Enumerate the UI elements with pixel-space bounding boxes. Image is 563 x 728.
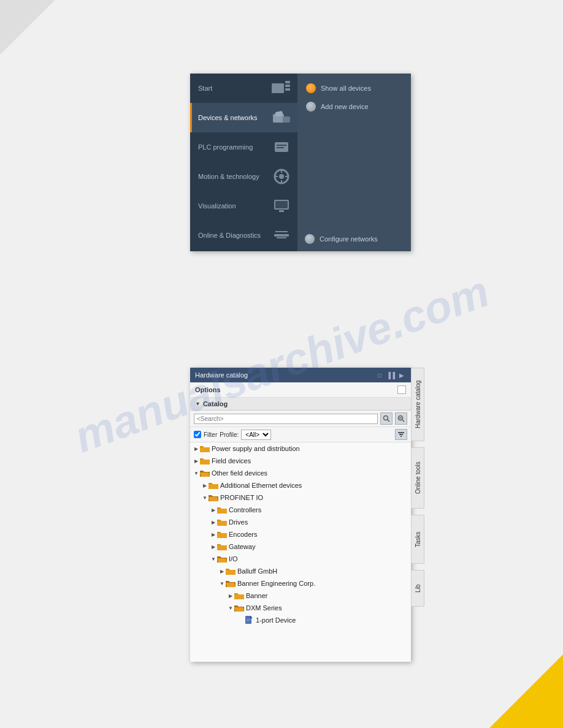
tree-label: Gateway bbox=[229, 543, 255, 550]
svg-rect-1 bbox=[285, 81, 290, 83]
tree-item-io[interactable]: ▼ I/O bbox=[190, 553, 411, 565]
options-input[interactable] bbox=[397, 385, 406, 394]
svg-rect-2 bbox=[285, 85, 290, 87]
left-menu: Start Devices & networks bbox=[190, 74, 297, 251]
hardware-catalog-title: Hardware catalog bbox=[195, 371, 248, 379]
folder-icon bbox=[226, 567, 236, 575]
catalog-collapse-arrow: ▼ bbox=[195, 401, 201, 407]
svg-rect-30 bbox=[200, 447, 210, 452]
svg-rect-18 bbox=[279, 210, 284, 212]
folder-icon bbox=[234, 592, 244, 600]
show-all-devices-label: Show all devices bbox=[321, 85, 371, 92]
tree-arrow: ▶ bbox=[193, 458, 200, 464]
tree-label: Drives bbox=[229, 518, 248, 526]
tree-item-profinet-io[interactable]: ▼ PROFINET IO bbox=[190, 491, 411, 504]
tree-arrow: ▶ bbox=[210, 507, 217, 513]
search-button-2[interactable] bbox=[395, 412, 407, 425]
tree-label: Additional Ethernet devices bbox=[220, 482, 302, 489]
sidebar-item-plc[interactable]: PLC programming bbox=[190, 132, 297, 162]
title-bar-icons: □ ▐▐ ▶ bbox=[375, 371, 406, 379]
svg-rect-17 bbox=[275, 201, 288, 208]
folder-icon bbox=[217, 518, 227, 526]
tree-item-banner-engineering[interactable]: ▼ Banner Engineering Corp. bbox=[190, 577, 411, 590]
tree-item-1port-device[interactable]: 1-port Device bbox=[190, 614, 411, 626]
sidebar-item-start-label: Start bbox=[198, 84, 269, 93]
lib-tab-label: Lib bbox=[415, 584, 421, 592]
tree-arrow: ▼ bbox=[227, 605, 234, 611]
tree-label: Banner Engineering Corp. bbox=[237, 580, 315, 587]
split-icon[interactable]: ▐▐ bbox=[386, 371, 395, 379]
folder-icon bbox=[200, 457, 210, 465]
svg-rect-9 bbox=[277, 147, 284, 148]
tree-label: Other field devices bbox=[212, 469, 267, 477]
svg-rect-27 bbox=[398, 432, 404, 433]
folder-icon-open bbox=[234, 604, 244, 612]
start-icon bbox=[272, 78, 291, 98]
tree-item-power-supply[interactable]: ▶ Power supply and distribution bbox=[190, 442, 411, 455]
expand-icon[interactable]: ▶ bbox=[397, 371, 406, 379]
tree-arrow: ▶ bbox=[218, 569, 226, 574]
sidebar-item-visualization[interactable]: Visualization bbox=[190, 191, 297, 221]
file-icon bbox=[244, 616, 254, 624]
tree-item-controllers[interactable]: ▶ Controllers bbox=[190, 504, 411, 516]
filter-row: Filter Profile: <All> bbox=[190, 427, 411, 442]
plc-icon bbox=[272, 137, 291, 157]
hardware-catalog-panel: Hardware catalog Online tools Tasks Lib … bbox=[190, 368, 411, 662]
svg-rect-41 bbox=[247, 619, 251, 620]
folder-icon bbox=[217, 543, 227, 551]
tree-item-balluff[interactable]: ▶ Balluff GmbH bbox=[190, 565, 411, 577]
tree-arrow: ▼ bbox=[210, 556, 217, 562]
motion-icon bbox=[272, 167, 291, 186]
sidebar-item-start[interactable]: Start bbox=[190, 74, 297, 103]
tree-item-gateway[interactable]: ▶ Gateway bbox=[190, 540, 411, 553]
visualization-icon bbox=[272, 196, 291, 216]
search-input[interactable] bbox=[194, 414, 378, 424]
search-button-1[interactable] bbox=[380, 412, 393, 425]
profile-select[interactable]: <All> bbox=[241, 430, 271, 440]
tree-label: Encoders bbox=[229, 531, 257, 538]
show-all-devices-item[interactable]: Show all devices bbox=[305, 81, 404, 96]
svg-rect-3 bbox=[285, 88, 290, 91]
tree-arrow: ▶ bbox=[201, 483, 209, 488]
tree-item-drives[interactable]: ▶ Drives bbox=[190, 516, 411, 528]
configure-networks-item[interactable]: Configure networks bbox=[305, 234, 404, 244]
tasks-tab-label: Tasks bbox=[415, 531, 421, 547]
tree-item-dxm-series[interactable]: ▼ DXM Series bbox=[190, 602, 411, 614]
folder-icon-open bbox=[226, 580, 236, 588]
tree-label: I/O bbox=[229, 555, 238, 563]
add-new-device-item[interactable]: Add new device bbox=[305, 99, 404, 114]
tree-arrow: ▶ bbox=[193, 446, 200, 452]
svg-rect-19 bbox=[274, 234, 289, 237]
tree-item-field-devices[interactable]: ▶ Field devices bbox=[190, 455, 411, 467]
hardware-catalog-tab[interactable]: Hardware catalog bbox=[411, 368, 424, 441]
sidebar-item-motion-label: Motion & technology bbox=[198, 172, 269, 181]
tree-arrow: ▼ bbox=[218, 581, 226, 586]
minimize-icon[interactable]: □ bbox=[375, 371, 384, 379]
show-all-devices-dot bbox=[306, 83, 316, 93]
folder-icon bbox=[217, 531, 227, 539]
sidebar-item-online[interactable]: Online & Diagnostics bbox=[190, 221, 297, 250]
tree-item-additional-ethernet[interactable]: ▶ Additional Ethernet devices bbox=[190, 479, 411, 491]
tree-item-other-field-devices[interactable]: ▼ Other field devices bbox=[190, 467, 411, 479]
svg-rect-29 bbox=[400, 436, 402, 437]
catalog-header[interactable]: ▼ Catalog bbox=[190, 398, 411, 411]
tree-arrow: ▶ bbox=[227, 593, 234, 599]
filter-btn-1[interactable] bbox=[395, 429, 407, 440]
tree-label: Power supply and distribution bbox=[212, 445, 300, 452]
filter-checkbox[interactable] bbox=[194, 431, 201, 438]
tasks-tab[interactable]: Tasks bbox=[411, 515, 424, 564]
svg-rect-28 bbox=[399, 434, 403, 435]
tree-label: 1-port Device bbox=[256, 616, 296, 624]
online-tools-tab[interactable]: Online tools bbox=[411, 447, 424, 509]
filter-label: Filter bbox=[204, 431, 217, 438]
tree-item-banner[interactable]: ▶ Banner bbox=[190, 590, 411, 602]
sidebar-item-devices-label: Devices & networks bbox=[198, 113, 269, 122]
sidebar-item-visualization-label: Visualization bbox=[198, 202, 269, 210]
configure-networks-label: Configure networks bbox=[320, 235, 378, 243]
lib-tab[interactable]: Lib bbox=[411, 570, 424, 607]
hardware-catalog-title-bar: Hardware catalog □ ▐▐ ▶ bbox=[190, 368, 411, 382]
tree-item-encoders[interactable]: ▶ Encoders bbox=[190, 528, 411, 540]
sidebar-item-motion[interactable]: Motion & technology bbox=[190, 162, 297, 191]
sidebar-item-devices[interactable]: Devices & networks bbox=[190, 103, 297, 132]
tree-label: Controllers bbox=[229, 506, 261, 514]
